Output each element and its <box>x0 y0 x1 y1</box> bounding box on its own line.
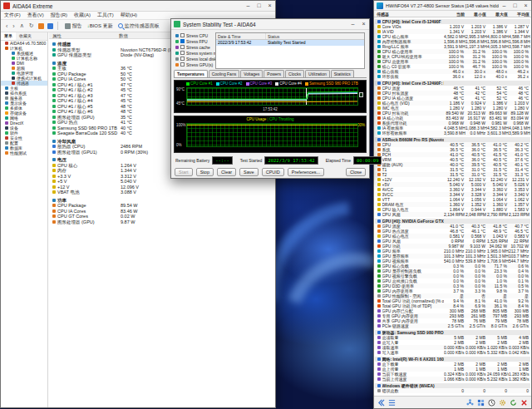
log-status-column[interactable]: Status <box>266 33 364 39</box>
graph-tab[interactable]: Cooling Fans <box>209 70 239 77</box>
back-icon[interactable]: ‹ <box>3 23 10 29</box>
fan-icon[interactable] <box>466 399 474 407</box>
sensor-column-header[interactable]: 传感器 <box>374 11 445 17</box>
minimize-button[interactable]: – <box>499 1 510 11</box>
log-row[interactable]: 2022/3/9 17:53:42 Stability Test Started <box>216 40 364 46</box>
stress-option[interactable]: Stress cache <box>175 44 214 50</box>
hwinfo-row-icon <box>377 304 381 308</box>
test-log[interactable]: Date & Time Status 2022/3/9 17:53:42 Sta… <box>215 32 365 69</box>
menu-item[interactable]: 报告(R) <box>47 12 71 19</box>
chart-icon[interactable] <box>47 23 53 29</box>
stress-checkbox[interactable] <box>180 57 185 61</box>
hwinfo-max: 5.232 KB/s <box>487 377 509 382</box>
forward-icon[interactable]: › <box>10 23 17 29</box>
settings-gear-icon[interactable] <box>499 399 506 407</box>
menu-item[interactable]: 帮助(H) <box>117 12 140 19</box>
logging-icon[interactable] <box>377 399 385 407</box>
property-column-header[interactable]: 属性 <box>49 32 119 38</box>
status-field: Remaining Battery --:-- <box>175 156 240 165</box>
hwinfo-row[interactable]: 环形有效频率 3,590.8 MHz 0.0 MHz 3,601.3 MHz 3… <box>375 131 530 136</box>
legend-item: Samsung SSD 980 PRO 1TB <box>305 81 358 86</box>
close-button[interactable]: × <box>358 19 369 29</box>
stability-button[interactable]: Clear <box>217 168 236 176</box>
list-icon[interactable] <box>388 399 396 407</box>
refresh-icon[interactable]: ↻ <box>27 22 37 29</box>
stability-button[interactable]: Start <box>175 168 193 176</box>
stability-button[interactable]: Preferences... <box>288 168 324 176</box>
sidebar-tab[interactable]: 菜单 <box>1 32 16 40</box>
graph-tab[interactable]: Statistics <box>331 70 354 77</box>
stress-checkbox[interactable] <box>180 39 185 43</box>
stability-button[interactable]: CPUID <box>262 168 284 176</box>
sensor-row[interactable]: 图形处理器 (GPU) 9.87 W <box>49 219 275 225</box>
hwinfo-row[interactable]: PCIe 链路速度 2.5 GT/s 2.5 GT/s 8.0 GT/s 2.6… <box>375 323 530 328</box>
stress-checkbox[interactable] <box>180 62 185 67</box>
hwinfo-row[interactable]: 写入速率 0.000 KB/s 0.000 KB/s 5.332 KB/s 0.… <box>375 350 530 355</box>
aida64-titlebar[interactable]: AIDA64 Extreme – □ × <box>1 1 275 12</box>
test-log-rows: 2022/3/9 17:53:42 Stability Test Started <box>216 40 364 46</box>
stress-option[interactable]: Stress GPU(s) <box>175 62 214 67</box>
sidebar-tab[interactable]: 收藏夹 <box>16 32 35 40</box>
stress-checkbox[interactable] <box>180 45 185 49</box>
stability-titlebar[interactable]: System Stability Test - AIDA64 – × <box>171 19 369 30</box>
stress-option[interactable]: Stress CPU <box>175 32 214 38</box>
graph-tab[interactable]: Clocks <box>285 70 304 77</box>
sensor-row-icon <box>52 42 56 46</box>
minimize-button[interactable]: – <box>243 1 254 11</box>
tree-item[interactable]: 性能测试 <box>1 150 47 155</box>
stability-button[interactable]: Save <box>239 168 259 176</box>
menu-item[interactable]: 收藏(A) <box>71 12 94 19</box>
bios-update-button[interactable]: ↓ BIOS 更新 <box>85 22 116 30</box>
stability-button[interactable]: Close <box>346 168 366 176</box>
value-column-header[interactable]: 当前 <box>445 11 466 17</box>
minimize-button[interactable]: – <box>347 19 358 29</box>
hwinfo-row-icon <box>377 229 381 233</box>
hwinfo-row-icon <box>377 324 381 328</box>
menu-item[interactable]: 文件(F) <box>1 12 24 19</box>
maximize-button[interactable]: □ <box>510 1 520 11</box>
sensor-row-icon <box>52 105 56 108</box>
hwinfo-titlebar[interactable]: HWiNFO64 V7.27-4800 Sensor Status [148 v… <box>374 1 531 11</box>
hwinfo-current: 2,134 RPM <box>444 212 466 217</box>
up-icon[interactable]: ∧ <box>17 22 27 29</box>
value-column-header[interactable]: 平均值 <box>510 11 531 17</box>
hwinfo-avg: 36.2 x <box>509 74 530 79</box>
tree-item-icon <box>5 42 8 45</box>
value-column-header[interactable]: 最小值 <box>466 11 488 17</box>
tree-item-icon <box>5 111 8 115</box>
close-icon[interactable] <box>520 399 528 407</box>
value-column-header[interactable]: 最大值 <box>488 11 510 17</box>
sensor-panel-button[interactable]: 监控传感器面板 <box>116 22 162 30</box>
graph-tab[interactable]: Utilization <box>305 70 330 77</box>
graph-tab[interactable]: Voltages <box>240 70 263 77</box>
close-button[interactable]: × <box>520 1 531 11</box>
hwinfo-row[interactable]: 错误总数 0 0 0 0 <box>375 388 530 393</box>
hwinfo-row[interactable]: CPU 风扇 2,134 RPM 2,048 RPM 2,790 RPM 2,1… <box>375 212 530 217</box>
graph-tab[interactable]: Temperatures <box>174 70 208 77</box>
status-field: Test Started 2022/3/9 17:53:42 <box>240 156 326 165</box>
stress-checkbox[interactable] <box>180 33 185 37</box>
sensor-panel-label: 监控传感器面板 <box>125 22 160 30</box>
tree-item-icon <box>5 141 8 145</box>
temperature-series <box>187 88 357 105</box>
sensors-icon[interactable] <box>477 399 485 407</box>
user-icon[interactable] <box>38 23 44 29</box>
stress-option[interactable]: Stress local disks <box>175 56 214 62</box>
stability-button[interactable]: Stop <box>196 168 214 176</box>
clock-icon[interactable] <box>488 399 495 407</box>
stress-option[interactable]: Stress FPU <box>175 38 214 44</box>
maximize-button[interactable]: □ <box>254 1 264 11</box>
report-button[interactable]: 报告 <box>61 22 85 30</box>
menu-item[interactable]: 查看(V) <box>24 12 47 19</box>
hwinfo-row[interactable]: 环形倍频 36.0 x 12.0 x 40.0 x 36.2 x <box>375 74 530 79</box>
sensor-row[interactable]: VBAT 电池 3.088 V <box>49 190 275 195</box>
reset-icon[interactable] <box>510 399 517 407</box>
graph-tab[interactable]: Powers <box>264 70 284 77</box>
close-button[interactable]: × <box>264 1 275 11</box>
hwinfo-row-icon <box>377 25 381 28</box>
stress-option[interactable]: Stress system memory <box>175 50 214 56</box>
hwinfo-row[interactable]: 当前上传速度 1.066 KB/s 0.000 KB/s 5.232 KB/s … <box>375 377 530 382</box>
stress-checkbox[interactable] <box>180 51 185 55</box>
menu-item[interactable]: 工具(T) <box>94 12 117 19</box>
log-time-column[interactable]: Date & Time <box>216 33 266 39</box>
